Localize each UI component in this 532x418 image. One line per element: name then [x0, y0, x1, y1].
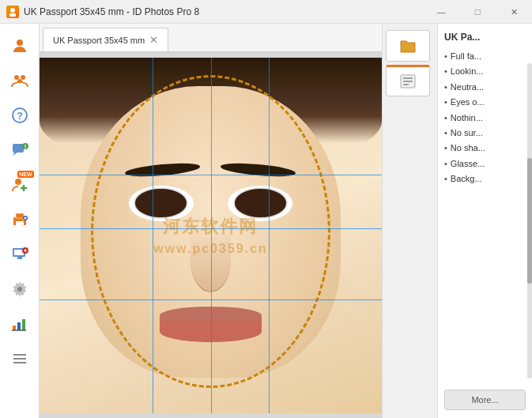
svg-rect-23 [17, 257, 22, 259]
workspace: 河东软件网 www.pc0359.cn [40, 52, 382, 418]
req-item-7: No sha... [444, 141, 526, 156]
svg-rect-28 [13, 326, 16, 330]
photo-container [40, 58, 382, 413]
lips-lower [160, 321, 262, 342]
req-item-9: Backg... [444, 171, 526, 186]
req-item-6: No sur... [444, 126, 526, 141]
main-layout: ? ! NEW [0, 24, 532, 418]
svg-text:!: ! [24, 143, 26, 150]
requirements-list: Full fa... Lookin... Neutra... Eyes o...… [444, 49, 526, 187]
window-controls: — □ ✕ [423, 0, 532, 23]
sidebar: ? ! NEW [0, 24, 40, 418]
maximize-button[interactable]: □ [459, 0, 496, 24]
sidebar-item-chart[interactable] [4, 308, 36, 340]
sidebar-item-settings[interactable] [4, 273, 36, 305]
right-panel [382, 24, 437, 418]
requirements-scrollbar[interactable] [527, 63, 532, 378]
sidebar-item-monitor[interactable] [4, 239, 36, 270]
req-item-3: Neutra... [444, 80, 526, 95]
svg-text:?: ? [17, 110, 23, 122]
svg-rect-16 [16, 213, 24, 218]
nose [191, 228, 232, 292]
sidebar-item-person[interactable] [4, 30, 36, 62]
sidebar-item-help[interactable]: ? [4, 100, 36, 131]
svg-rect-15 [16, 221, 24, 226]
sidebar-item-group[interactable] [4, 65, 36, 96]
svg-rect-7 [13, 144, 24, 153]
svg-rect-1 [9, 13, 16, 17]
sidebar-item-chat[interactable]: ! [4, 134, 36, 166]
svg-marker-8 [13, 153, 17, 156]
edit-button[interactable] [386, 65, 430, 96]
req-item-8: Glasse... [444, 156, 526, 171]
tab-close-icon[interactable]: ✕ [149, 35, 158, 45]
sidebar-item-print[interactable] [4, 204, 36, 235]
svg-point-3 [14, 75, 19, 80]
new-badge: NEW [17, 171, 33, 178]
content-area: UK Passport 35x45 mm ✕ 河东软件网 www.pc0359.… [40, 24, 382, 418]
folder-button[interactable] [386, 30, 430, 62]
req-item-2: Lookin... [444, 64, 526, 79]
title-bar: UK Passport 35x45 mm - ID Photos Pro 8 —… [0, 0, 532, 24]
close-button[interactable]: ✕ [496, 0, 532, 24]
requirements-title: UK Pa... [444, 32, 526, 43]
requirements-panel: UK Pa... Full fa... Lookin... Neutra... … [437, 24, 532, 418]
sidebar-item-new-person[interactable]: NEW [4, 169, 36, 201]
tab-label: UK Passport 35x45 mm [53, 36, 145, 45]
svg-point-11 [15, 179, 21, 185]
eye-left [135, 189, 187, 217]
scrollbar-thumb[interactable] [527, 158, 532, 284]
requirements-action-button[interactable]: More... [444, 390, 526, 410]
window-title: UK Passport 35x45 mm - ID Photos Pro 8 [24, 6, 199, 17]
tab-bar: UK Passport 35x45 mm ✕ [40, 24, 382, 52]
minimize-button[interactable]: — [423, 0, 459, 24]
req-item-1: Full fa... [444, 49, 526, 64]
req-item-4: Eyes o... [444, 95, 526, 110]
app-icon [6, 6, 19, 18]
svg-point-2 [17, 40, 23, 46]
req-item-5: Nothin... [444, 111, 526, 126]
svg-point-4 [21, 75, 25, 80]
svg-rect-29 [17, 322, 21, 330]
svg-point-0 [10, 8, 15, 13]
tab-passport[interactable]: UK Passport 35x45 mm ✕ [43, 28, 168, 51]
sidebar-item-menu[interactable] [4, 343, 36, 375]
svg-rect-30 [22, 319, 25, 330]
eye-right [235, 189, 286, 217]
